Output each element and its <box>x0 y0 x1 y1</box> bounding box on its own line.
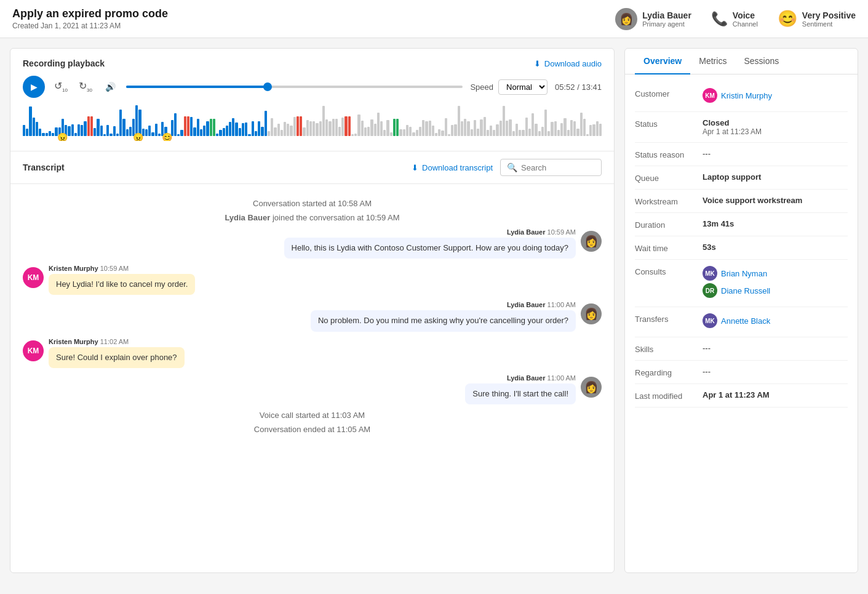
customer-sender: Kristen Murphy <box>49 338 98 345</box>
waveform-bar <box>554 121 557 136</box>
customer-message-bubble: Hey Lydia! I'd like to cancel my order. <box>49 274 195 295</box>
waveform-bar <box>516 124 518 136</box>
waveform-bar <box>451 125 453 136</box>
customer-name: Kristin Murphy <box>721 91 772 100</box>
waveform-bar <box>119 110 122 137</box>
progress-bar[interactable] <box>126 86 463 88</box>
speed-select[interactable]: 0.5x 0.75x Normal 1.25x 1.5x 2x <box>498 79 547 95</box>
waveform-bar <box>377 113 380 136</box>
tab-sessions[interactable]: Sessions <box>735 49 787 74</box>
volume-button[interactable]: 🔊 <box>102 78 119 95</box>
customer-message-avatar: KM <box>23 340 44 361</box>
waveform-bar <box>122 119 125 136</box>
forward-icon: ↻30 <box>79 80 92 93</box>
waveform[interactable]: 😠😠😊 <box>23 104 602 141</box>
forward-30-button[interactable]: ↻30 <box>77 78 94 95</box>
waveform-bar <box>151 132 154 136</box>
recording-title: Recording playback <box>23 58 105 68</box>
customer-avatar: KM <box>703 88 717 103</box>
detail-customer: Customer KM Kristin Murphy <box>635 82 848 112</box>
waveform-bar <box>374 124 376 136</box>
waveform-bar <box>364 127 367 136</box>
waveform-bar <box>541 127 544 136</box>
detail-status-reason: Status reason --- <box>635 143 848 166</box>
waveform-bar <box>184 116 186 136</box>
progress-track[interactable] <box>126 86 463 88</box>
recording-section: Recording playback ⬇ Download audio ▶ ↺1… <box>10 49 614 151</box>
download-transcript-label: Download transcript <box>422 163 493 172</box>
status-label: Status <box>635 118 703 129</box>
waveform-bar <box>49 131 51 136</box>
customer-link[interactable]: KM Kristin Murphy <box>703 88 848 103</box>
waveform-bar <box>187 116 189 136</box>
skills-label: Skills <box>635 343 703 354</box>
wait-time-label: Wait time <box>635 243 703 253</box>
consult-diane[interactable]: DR Diane Russell <box>703 283 848 298</box>
right-panel: Overview Metrics Sessions Customer KM Kr… <box>624 48 858 573</box>
waveform-bar <box>403 129 405 136</box>
detail-regarding: Regarding --- <box>635 361 848 384</box>
waveform-bar <box>435 133 437 136</box>
brian-avatar: MK <box>703 266 717 281</box>
waveform-bar <box>71 124 74 136</box>
waveform-bar <box>429 121 431 136</box>
agent-sender: Lydia Bauer <box>507 374 546 382</box>
search-input[interactable] <box>521 163 595 172</box>
waveform-bar <box>454 124 456 136</box>
rewind-10-button[interactable]: ↺10 <box>52 78 70 95</box>
agent-message-content: Lydia Bauer 11:00 AMSure thing. I'll sta… <box>465 374 576 404</box>
waveform-bar <box>248 134 250 136</box>
consult-brian[interactable]: MK Brian Nyman <box>703 266 848 281</box>
detail-workstream: Workstream Voice support workstream <box>635 190 848 213</box>
diane-avatar: DR <box>703 283 717 298</box>
waveform-bar <box>544 110 547 136</box>
customer-message-row: KMKristen Murphy 11:02 AMSure! Could I e… <box>23 338 602 368</box>
status-reason-label: Status reason <box>635 149 703 159</box>
download-audio-label: Download audio <box>544 59 602 68</box>
waveform-bar <box>354 134 357 136</box>
agent-message-avatar: 👩 <box>581 231 602 252</box>
agent-message-row: Lydia Bauer 11:00 AMNo problem. Do you m… <box>23 301 602 331</box>
waveform-bar <box>177 134 180 136</box>
channel-sub: Channel <box>733 20 758 28</box>
waveform-bar <box>106 125 109 136</box>
waveform-bar <box>203 126 205 136</box>
detail-wait-time: Wait time 53s <box>635 236 848 260</box>
waveform-bar <box>190 117 193 136</box>
waveform-bar <box>348 116 351 136</box>
waveform-bar <box>90 116 93 136</box>
detail-queue: Queue Laptop support <box>635 166 848 190</box>
transfer-annette[interactable]: MK Annette Black <box>703 313 848 328</box>
waveform-bar <box>596 121 599 136</box>
header-channel: 📞 Voice Channel <box>711 10 758 28</box>
duration-value: 13m 41s <box>703 219 848 228</box>
agent-message-meta: Lydia Bauer 11:00 AM <box>507 374 576 382</box>
waveform-bar <box>332 119 335 136</box>
queue-value: Laptop support <box>703 172 848 182</box>
waveform-bar <box>293 117 296 136</box>
customer-message-bubble: Sure! Could I explain over phone? <box>49 347 185 368</box>
waveform-bar <box>78 124 80 136</box>
download-audio-button[interactable]: ⬇ Download audio <box>534 59 602 68</box>
waveform-bar <box>467 121 469 136</box>
waveform-bar <box>412 132 415 136</box>
waveform-bar <box>290 126 292 136</box>
tab-overview[interactable]: Overview <box>635 49 690 74</box>
customer-message-avatar: KM <box>23 267 44 288</box>
channel-name: Voice <box>733 10 758 20</box>
waveform-bar <box>535 124 537 136</box>
waveform-bar <box>503 106 505 136</box>
waveform-bar <box>274 127 276 136</box>
waveform-bar <box>500 121 502 137</box>
download-transcript-button[interactable]: ⬇ Download transcript <box>412 163 493 172</box>
detail-transfers: Transfers MK Annette Black <box>635 307 848 337</box>
waveform-bar <box>68 126 70 136</box>
agent-sender: Lydia Bauer <box>507 228 546 236</box>
play-button[interactable]: ▶ <box>23 76 45 98</box>
waveform-bar <box>425 121 428 136</box>
agent-message-bubble: No problem. Do you mind me asking why yo… <box>311 310 576 331</box>
header-agent-info: 👩 Lydia Bauer Primary agent <box>615 8 691 30</box>
search-box[interactable]: 🔍 <box>500 159 602 176</box>
tab-metrics[interactable]: Metrics <box>690 49 735 74</box>
system-message: Voice call started at 11:03 AM <box>23 411 602 420</box>
